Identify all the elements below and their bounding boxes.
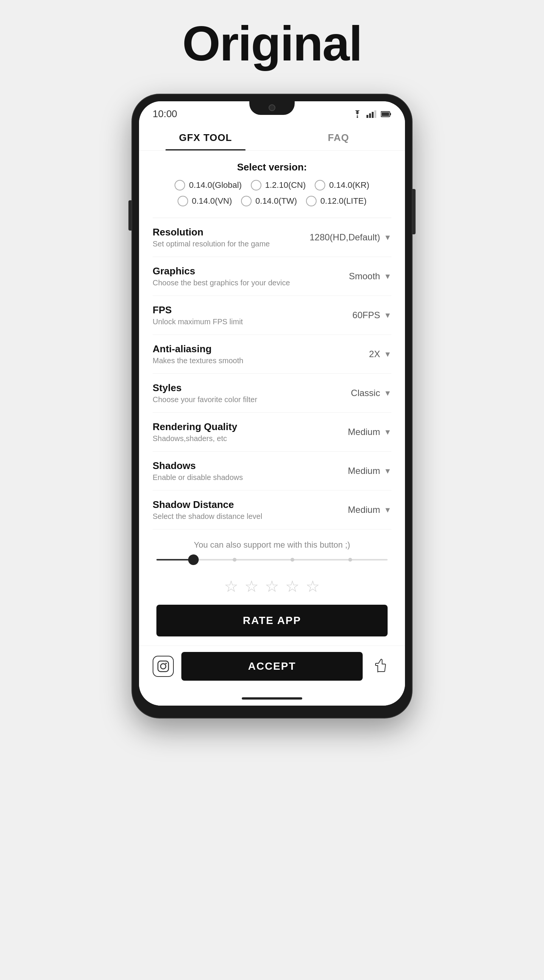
select-version-title: Select version:: [152, 161, 392, 173]
notch: [249, 101, 295, 115]
fps-control[interactable]: 60FPS ▼: [331, 310, 392, 320]
battery-icon: [381, 110, 392, 118]
radio-vn[interactable]: [178, 196, 188, 206]
shadows-control[interactable]: Medium ▼: [331, 466, 392, 476]
star-2[interactable]: ☆: [244, 577, 259, 596]
shadows-value: Medium: [348, 466, 380, 476]
support-text: You can also support me with this button…: [152, 540, 392, 550]
setting-resolution-label: Resolution: [152, 226, 309, 238]
setting-styles-desc: Choose your favorite color filter: [152, 395, 331, 404]
svg-rect-1: [366, 115, 368, 118]
select-version-section: Select version: 0.14.0(Global) 1.2.10(CN…: [152, 151, 392, 218]
setting-graphics-label: Graphics: [152, 265, 331, 277]
thumbsup-icon: [373, 659, 389, 674]
anti-aliasing-control[interactable]: 2X ▼: [331, 349, 392, 360]
version-vn[interactable]: 0.14.0(VN): [178, 196, 232, 206]
star-1[interactable]: ☆: [224, 577, 238, 596]
tab-gfx-tool[interactable]: GFX TOOL: [139, 123, 272, 150]
support-slider[interactable]: [156, 559, 388, 560]
accept-button[interactable]: ACCEPT: [181, 652, 363, 681]
graphics-dropdown-icon: ▼: [384, 272, 392, 281]
rendering-quality-value: Medium: [348, 427, 380, 437]
graphics-value: Smooth: [349, 271, 380, 282]
setting-shadow-distance: Shadow Distance Select the shadow distan…: [152, 490, 392, 530]
slider-thumb[interactable]: [188, 554, 199, 565]
phone-screen: 10:00: [139, 101, 405, 706]
setting-styles-info: Styles Choose your favorite color filter: [152, 382, 331, 404]
styles-control[interactable]: Classic ▼: [331, 388, 392, 398]
setting-shadow-distance-info: Shadow Distance Select the shadow distan…: [152, 499, 331, 521]
setting-fps-info: FPS Unlock maximum FPS limit: [152, 304, 331, 326]
slider-dot-1: [233, 558, 236, 562]
setting-fps-label: FPS: [152, 304, 331, 316]
setting-graphics-desc: Choose the best graphics for your device: [152, 278, 331, 287]
star-5[interactable]: ☆: [306, 577, 320, 596]
styles-dropdown-icon: ▼: [384, 389, 392, 398]
instagram-button[interactable]: [152, 656, 174, 677]
wifi-icon: [352, 110, 363, 118]
phone-frame: 10:00: [132, 94, 412, 718]
setting-shadows: Shadows Enable or disable shadows Medium…: [152, 452, 392, 490]
setting-styles-label: Styles: [152, 382, 331, 394]
setting-resolution-desc: Set optimal resolution for the game: [152, 240, 309, 248]
page-title: Original: [182, 15, 362, 72]
resolution-control[interactable]: 1280(HD,Default) ▼: [309, 232, 392, 243]
tabs-bar: GFX TOOL FAQ: [139, 123, 405, 151]
radio-kr[interactable]: [315, 180, 325, 191]
svg-point-0: [357, 116, 358, 118]
shadow-distance-control[interactable]: Medium ▼: [331, 504, 392, 515]
setting-rendering-quality-desc: Shadows,shaders, etc: [152, 434, 331, 443]
shadows-dropdown-icon: ▼: [384, 467, 392, 476]
svg-rect-3: [372, 112, 374, 118]
setting-anti-aliasing-desc: Makes the textures smooth: [152, 356, 331, 365]
stars-rating[interactable]: ☆ ☆ ☆ ☆ ☆: [152, 577, 392, 596]
setting-fps: FPS Unlock maximum FPS limit 60FPS ▼: [152, 296, 392, 335]
setting-shadows-desc: Enable or disable shadows: [152, 473, 331, 482]
radio-cn[interactable]: [251, 180, 262, 191]
star-4[interactable]: ☆: [285, 577, 300, 596]
svg-point-10: [165, 663, 167, 664]
setting-rendering-quality-label: Rendering Quality: [152, 421, 331, 433]
graphics-control[interactable]: Smooth ▼: [331, 271, 392, 282]
radio-lite[interactable]: [306, 196, 317, 206]
setting-rendering-quality: Rendering Quality Shadows,shaders, etc M…: [152, 413, 392, 452]
shadow-distance-value: Medium: [348, 504, 380, 515]
rendering-quality-dropdown-icon: ▼: [384, 428, 392, 436]
setting-anti-aliasing-label: Anti-aliasing: [152, 343, 331, 355]
version-cn[interactable]: 1.2.10(CN): [251, 180, 306, 191]
thumbsup-button[interactable]: [370, 656, 392, 677]
version-kr[interactable]: 0.14.0(KR): [315, 180, 369, 191]
home-indicator: [242, 697, 302, 700]
setting-shadows-label: Shadows: [152, 460, 331, 472]
star-3[interactable]: ☆: [265, 577, 279, 596]
version-row-1: 0.14.0(Global) 1.2.10(CN) 0.14.0(KR): [152, 180, 392, 191]
setting-graphics-info: Graphics Choose the best graphics for yo…: [152, 265, 331, 287]
tab-faq[interactable]: FAQ: [272, 123, 405, 150]
status-icons: [352, 110, 392, 118]
radio-tw[interactable]: [241, 196, 252, 206]
shadow-distance-dropdown-icon: ▼: [384, 506, 392, 514]
rendering-quality-control[interactable]: Medium ▼: [331, 427, 392, 437]
slider-dot-3: [348, 558, 352, 562]
instagram-icon: [157, 660, 169, 672]
setting-anti-aliasing-info: Anti-aliasing Makes the textures smooth: [152, 343, 331, 365]
setting-resolution-info: Resolution Set optimal resolution for th…: [152, 226, 309, 248]
radio-global[interactable]: [174, 180, 185, 191]
setting-shadow-distance-label: Shadow Distance: [152, 499, 331, 511]
version-row-2: 0.14.0(VN) 0.14.0(TW) 0.12.0(LITE): [152, 196, 392, 206]
svg-rect-2: [369, 113, 371, 118]
signal-icon: [366, 110, 377, 118]
slider-dot-2: [290, 558, 294, 562]
svg-rect-7: [382, 112, 389, 116]
version-global[interactable]: 0.14.0(Global): [174, 180, 241, 191]
version-tw[interactable]: 0.14.0(TW): [241, 196, 297, 206]
setting-rendering-quality-info: Rendering Quality Shadows,shaders, etc: [152, 421, 331, 443]
rate-app-button[interactable]: RATE APP: [156, 605, 388, 636]
fps-value: 60FPS: [352, 310, 380, 320]
status-time: 10:00: [152, 108, 177, 120]
resolution-value: 1280(HD,Default): [309, 232, 380, 243]
status-bar: 10:00: [139, 101, 405, 123]
version-lite[interactable]: 0.12.0(LITE): [306, 196, 366, 206]
setting-shadow-distance-desc: Select the shadow distance level: [152, 512, 331, 521]
svg-rect-8: [158, 661, 168, 671]
